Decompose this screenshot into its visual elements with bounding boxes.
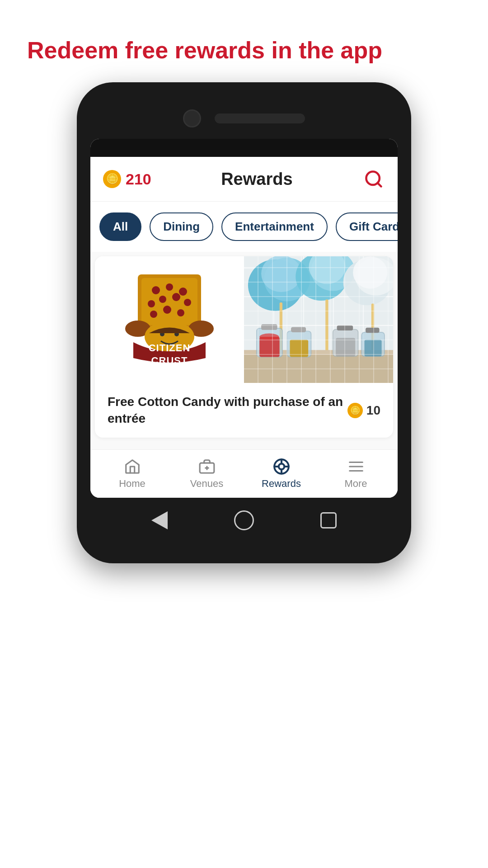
- page-heading: Redeem free rewards in the app: [0, 0, 488, 82]
- phone-speaker: [215, 113, 305, 123]
- rewards-list: CITIZEN CRUST: [90, 252, 398, 449]
- search-button[interactable]: [362, 168, 385, 190]
- svg-point-12: [177, 309, 184, 316]
- front-camera: [183, 109, 201, 127]
- tile-bg: [244, 256, 393, 383]
- svg-point-9: [148, 300, 155, 307]
- coins-badge: 🪙 210: [103, 170, 151, 188]
- nav-rewards[interactable]: Rewards: [244, 458, 319, 490]
- card-description: Free Cotton Candy with purchase of an en…: [108, 394, 347, 427]
- svg-point-13: [150, 311, 157, 318]
- status-bar: [90, 139, 398, 157]
- svg-text:CITIZEN: CITIZEN: [149, 342, 191, 354]
- coin-icon: 🪙: [103, 170, 121, 188]
- page-title: Rewards: [221, 170, 292, 189]
- nav-more-label: More: [344, 478, 367, 490]
- svg-point-11: [163, 306, 171, 314]
- search-icon: [364, 169, 384, 189]
- cost-coin-icon: 🪙: [347, 403, 363, 418]
- svg-point-8: [172, 293, 180, 301]
- nav-venues[interactable]: Venues: [169, 458, 244, 490]
- phone-screen: 🪙 210 Rewards All Dining Entertainment G…: [90, 139, 398, 498]
- card-image-right: [244, 256, 393, 383]
- more-icon: [347, 458, 365, 475]
- coins-count: 210: [126, 170, 151, 188]
- nav-home[interactable]: Home: [95, 458, 169, 490]
- svg-point-10: [184, 299, 191, 306]
- tab-entertainment[interactable]: Entertainment: [221, 212, 328, 241]
- nav-venues-label: Venues: [190, 478, 223, 490]
- rewards-icon: [273, 458, 290, 475]
- recent-square: [320, 512, 337, 528]
- android-home-button[interactable]: [233, 509, 255, 532]
- filter-tabs: All Dining Entertainment Gift Cards: [90, 202, 398, 252]
- venues-icon: [198, 458, 216, 475]
- home-icon: [124, 458, 141, 475]
- svg-line-1: [378, 183, 381, 187]
- card-cost: 🪙 10: [347, 403, 380, 418]
- svg-point-5: [166, 283, 173, 291]
- android-recent-button[interactable]: [317, 509, 340, 532]
- android-back-button[interactable]: [148, 509, 171, 532]
- phone-nav-buttons: [90, 498, 398, 536]
- card-image-left: CITIZEN CRUST: [95, 256, 244, 383]
- svg-point-7: [159, 296, 166, 303]
- svg-point-4: [152, 286, 160, 294]
- card-images: CITIZEN CRUST: [95, 256, 393, 383]
- home-circle: [234, 510, 254, 530]
- back-triangle: [151, 511, 168, 529]
- tab-all[interactable]: All: [99, 212, 141, 241]
- tab-dining[interactable]: Dining: [150, 212, 213, 241]
- nav-home-label: Home: [119, 478, 145, 490]
- card-footer: Free Cotton Candy with purchase of an en…: [95, 383, 393, 438]
- nav-rewards-label: Rewards: [262, 478, 301, 490]
- svg-point-6: [179, 288, 187, 296]
- cost-value: 10: [366, 403, 380, 418]
- phone-device: 🪙 210 Rewards All Dining Entertainment G…: [77, 82, 411, 563]
- reward-card[interactable]: CITIZEN CRUST: [95, 256, 393, 438]
- tab-gift-cards[interactable]: Gift Cards: [336, 212, 398, 241]
- citizen-crust-logo: CITIZEN CRUST: [124, 270, 215, 369]
- nav-more[interactable]: More: [319, 458, 393, 490]
- app-header: 🪙 210 Rewards: [90, 157, 398, 202]
- phone-top-hardware: [90, 100, 398, 139]
- bottom-nav: Home Venues: [90, 449, 398, 498]
- svg-text:CRUST: CRUST: [151, 355, 188, 366]
